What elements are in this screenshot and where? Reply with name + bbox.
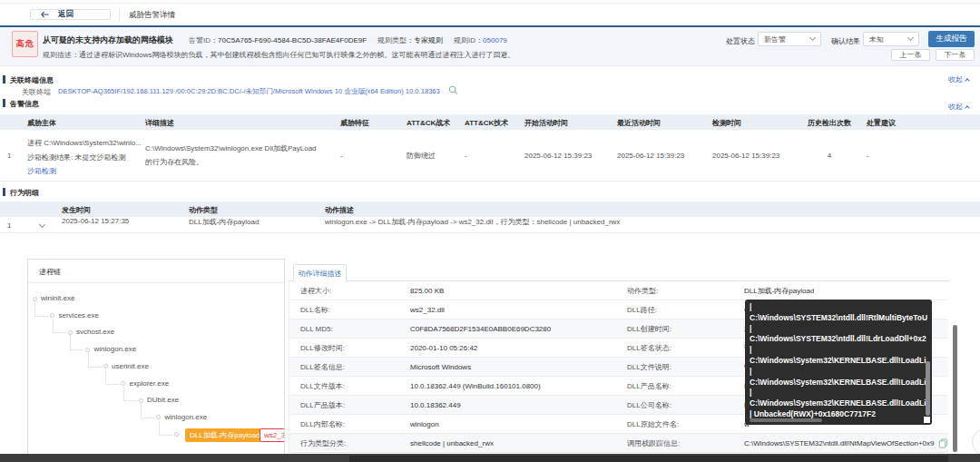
alert-id-label: 告警ID： bbox=[189, 36, 218, 44]
tree-connector bbox=[70, 349, 84, 350]
alarm-section-header: 告警信息 bbox=[0, 99, 980, 108]
cell-threat-subject: 进程 C:\Windows\System32\winlo... 沙箱检测结果: … bbox=[27, 136, 142, 179]
detail-label-left: DLL修改时间: bbox=[300, 343, 345, 353]
cell-occur-time: 2025-06-12 15:27:35 bbox=[62, 217, 129, 225]
tree-connector bbox=[141, 418, 155, 418]
tooltip-vscroll-thumb[interactable] bbox=[926, 361, 930, 416]
alert-id-value: 70C5A765-F690-4584-BC5D-38FAE4F0DE9F bbox=[218, 36, 367, 44]
terminal-collapse-link[interactable]: 收起 bbox=[948, 74, 969, 84]
detail-value-left: 2020-01-10 05:26:42 bbox=[410, 344, 477, 352]
alarm-section-title: 告警信息 bbox=[10, 99, 39, 109]
callstack-line: | bbox=[750, 388, 927, 398]
callstack-line: | bbox=[750, 345, 927, 356]
detail-value-right: C:\Windows\SYSTEM32\ntdll.dll!NtMapViewO… bbox=[744, 439, 935, 447]
callstack-tooltip: |C:\Windows\SYSTEM32\ntdll.dll!RtlMultiB… bbox=[745, 300, 932, 425]
detail-label-right: DLL文件说明: bbox=[627, 362, 671, 372]
detail-label-left: DLL产品版本: bbox=[300, 400, 345, 410]
topbar-divider bbox=[119, 8, 120, 21]
cell-action-type: DLL加载-内存payload bbox=[189, 217, 259, 227]
back-button[interactable]: 返回 bbox=[30, 9, 111, 20]
tooltip-hscroll-thumb[interactable] bbox=[750, 418, 822, 422]
tree-node-label[interactable]: svchost.exe bbox=[76, 328, 114, 336]
tree-connector bbox=[159, 435, 173, 436]
chevron-up-icon bbox=[965, 105, 970, 111]
section-bar bbox=[3, 99, 5, 107]
tree-connector bbox=[34, 301, 35, 316]
page-scrollbar-thumb[interactable] bbox=[953, 325, 957, 452]
tree-node-label[interactable]: DUbit.exe bbox=[147, 396, 179, 404]
behavior-section-header: 行为明细 bbox=[0, 188, 980, 197]
sandbox-detect-link[interactable]: 沙箱检测 bbox=[27, 164, 142, 179]
next-button[interactable]: 下一条 bbox=[936, 49, 975, 61]
rule-id-label: 规则ID： bbox=[454, 36, 483, 44]
detail-label-right: DLL公司名称: bbox=[627, 400, 671, 410]
col-action-desc: 动作描述 bbox=[325, 204, 354, 214]
detail-label-left: DLL名称: bbox=[300, 305, 330, 315]
tree-node-icon bbox=[33, 297, 37, 301]
terminal-section-header: 关联终端信息 bbox=[0, 75, 980, 84]
dispose-status-select[interactable]: 新告警 bbox=[758, 32, 821, 46]
cell-threat-feature: - bbox=[340, 152, 343, 160]
col-occur-time: 发生时间 bbox=[62, 204, 91, 214]
detail-value-left: 825.00 KB bbox=[410, 287, 444, 295]
col-attck-technique: ATT&CK技术 bbox=[465, 117, 508, 127]
callstack-line: | bbox=[750, 302, 927, 313]
detail-label-right: DLL原始文件名: bbox=[627, 419, 679, 429]
tree-node-label[interactable]: userinit.exe bbox=[112, 362, 149, 370]
tree-connector bbox=[105, 369, 106, 384]
detail-label-right: DLL创建时间: bbox=[627, 324, 671, 334]
behavior-table-header: 发生时间 动作类型 动作描述 bbox=[0, 202, 980, 217]
rule-type-value: 专家规则 bbox=[414, 36, 443, 44]
desc-line2: 的行为存在风险。 bbox=[145, 155, 317, 169]
subject-line1: 进程 C:\Windows\System32\winlo... bbox=[27, 136, 142, 151]
process-chain-title: 进程链 bbox=[39, 267, 61, 277]
cell-start-time: 2025-06-12 15:39:23 bbox=[524, 152, 592, 160]
alert-title: 从可疑的未支持内存加载的网络模块 bbox=[43, 34, 173, 46]
terminal-label: 关联终端 bbox=[22, 87, 51, 97]
detail-label-right: 动作类型: bbox=[627, 286, 658, 296]
col-detect-time: 检测时间 bbox=[712, 117, 741, 127]
tooltip-scroll-corner bbox=[924, 417, 930, 423]
cell-last-time: 2025-06-12 15:39:23 bbox=[617, 152, 684, 160]
rule-id-link[interactable]: 050079 bbox=[483, 36, 507, 44]
detail-value-left: Microsoft Windows bbox=[410, 363, 471, 371]
col-suggestion: 处置建议 bbox=[867, 117, 896, 127]
tree-node-label[interactable]: explorer.exe bbox=[130, 379, 170, 388]
callstack-line: C:\Windows\SYSTEM32\ntdll.dll!LdrLoadDll… bbox=[750, 334, 927, 345]
copy-icon[interactable] bbox=[938, 438, 948, 448]
tree-node-label[interactable]: services.exe bbox=[59, 311, 99, 319]
detail-label-left: DLL内部名称: bbox=[300, 419, 345, 429]
col-history-count: 历史检出次数 bbox=[808, 117, 851, 127]
tab-action-detail[interactable]: 动作详细描述 bbox=[293, 264, 347, 281]
tree-node-icon bbox=[121, 381, 125, 386]
detail-label-left: DLL签名信息: bbox=[300, 362, 345, 372]
dispose-status-label: 处置状态 bbox=[726, 36, 755, 46]
action-badge[interactable]: DLL加载-内存payload bbox=[185, 428, 264, 442]
confirm-result-value: 未知 bbox=[869, 34, 908, 44]
alarm-table-row[interactable]: 1 进程 C:\Windows\System32\winlo... 沙箱检测结果… bbox=[0, 130, 980, 182]
search-icon[interactable] bbox=[448, 85, 458, 95]
terminal-section-title: 关联终端信息 bbox=[10, 75, 54, 85]
terminal-link[interactable]: DESKTOP-AQ365IF/192.168.111.129 /00:0C:2… bbox=[58, 87, 440, 96]
tree-node-label[interactable]: winlogon.exe bbox=[165, 413, 208, 421]
behavior-table-row[interactable]: 1 2025-06-12 15:27:35 DLL加载-内存payload wi… bbox=[0, 217, 980, 233]
tree-node-label[interactable]: wininit.exe bbox=[41, 294, 74, 302]
page-title: 威胁告警详情 bbox=[129, 10, 175, 21]
history-count-link[interactable]: 4 bbox=[808, 152, 851, 160]
generate-report-button[interactable]: 生成报告 bbox=[928, 31, 975, 47]
prev-button[interactable]: 上一条 bbox=[891, 49, 930, 61]
tree-node-label[interactable]: winlogon.exe bbox=[94, 345, 137, 353]
section-bar bbox=[3, 188, 5, 196]
rule-type-label: 规则类型： bbox=[377, 36, 414, 44]
tree-node-icon bbox=[85, 348, 90, 352]
floating-action-circle[interactable] bbox=[972, 428, 980, 456]
tree-connector bbox=[34, 316, 49, 317]
detail-value-left: 10.0.18362.449 (WinBuild.160101.0800) bbox=[410, 382, 541, 390]
alarm-collapse-link[interactable]: 收起 bbox=[948, 102, 969, 112]
col-detail-desc: 详细描述 bbox=[145, 117, 174, 127]
confirm-result-select[interactable]: 未知 bbox=[863, 32, 919, 46]
alarm-table-header: 威胁主体 详细描述 威胁特征 ATT&CK战术 ATT&CK技术 开始活动时间 … bbox=[0, 114, 980, 130]
detail-row: 进程大小: 825.00 KB 动作类型: DLL加载-内存payload bbox=[289, 281, 948, 300]
dll-badge[interactable]: ws2_32.dll bbox=[260, 428, 285, 442]
expand-chevron-icon[interactable] bbox=[39, 221, 45, 228]
